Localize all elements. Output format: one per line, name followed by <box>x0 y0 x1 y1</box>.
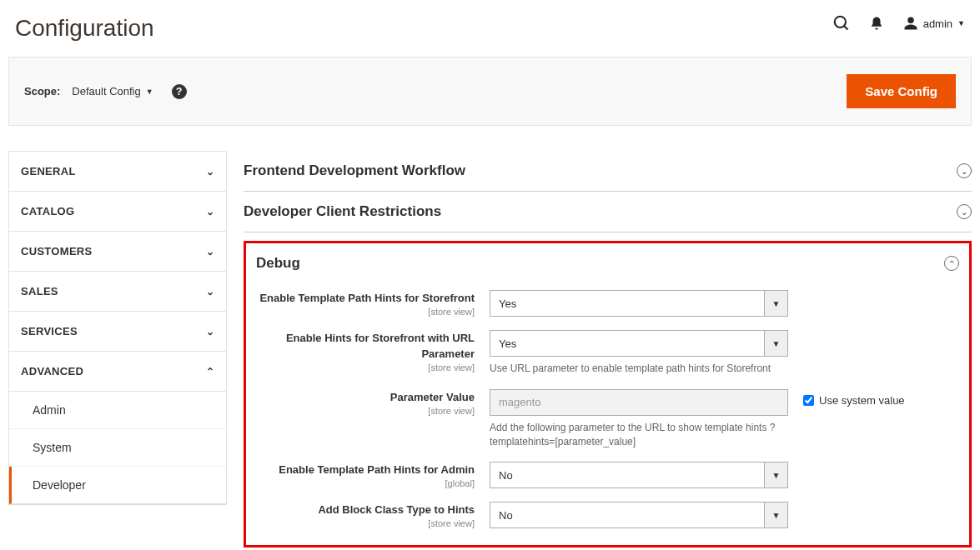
field-label: Enable Hints for Storefront with URL Par… <box>286 332 475 360</box>
checkbox-label: Use system value <box>819 394 905 407</box>
chevron-down-icon: ⌄ <box>206 326 214 338</box>
select-value: No <box>490 462 764 488</box>
field-scope: [global] <box>256 478 475 488</box>
section-client-restrictions[interactable]: Developer Client Restrictions ⌄ <box>244 192 972 232</box>
chevron-down-icon: ▼ <box>764 462 787 488</box>
scope-label: Scope: <box>24 85 60 98</box>
section-debug-highlighted: Debug ⌃ Enable Template Path Hints for S… <box>244 241 972 548</box>
field-scope: [store view] <box>256 307 475 317</box>
field-scope: [store view] <box>256 518 475 528</box>
help-icon[interactable]: ? <box>172 84 187 99</box>
save-config-button[interactable]: Save Config <box>847 74 956 108</box>
expand-icon: ⌄ <box>957 163 972 178</box>
sidebar-item-admin[interactable]: Admin <box>9 392 226 429</box>
chevron-down-icon: ▼ <box>146 88 153 96</box>
chevron-down-icon: ⌄ <box>206 166 214 178</box>
section-title: Developer Client Restrictions <box>244 203 441 220</box>
sidebar-section-services[interactable]: SERVICES⌄ <box>9 312 226 351</box>
sidebar-section-advanced[interactable]: ADVANCED⌃ <box>9 352 226 391</box>
select-value: No <box>490 502 764 528</box>
chevron-up-icon: ⌃ <box>206 366 214 378</box>
field-label: Enable Template Path Hints for Admin <box>279 463 475 476</box>
sidebar-section-catalog[interactable]: CATALOG⌄ <box>9 192 226 231</box>
chevron-down-icon: ⌄ <box>206 246 214 258</box>
chevron-down-icon: ▼ <box>957 19 965 28</box>
select-value: Yes <box>490 291 764 316</box>
field-note: Use URL parameter to enable template pat… <box>490 362 788 376</box>
chevron-down-icon: ▼ <box>764 502 787 528</box>
section-frontend-workflow[interactable]: Frontend Development Workflow ⌄ <box>244 151 972 192</box>
scope-selector[interactable]: Default Config ▼ <box>72 85 153 98</box>
field-note: Add the following parameter to the URL t… <box>490 421 788 449</box>
sidebar-section-general[interactable]: GENERAL⌄ <box>9 152 226 191</box>
section-debug[interactable]: Debug ⌃ <box>246 243 969 283</box>
config-sidebar: GENERAL⌄ CATALOG⌄ CUSTOMERS⌄ SALES⌄ SERV… <box>8 151 227 548</box>
admin-dropdown[interactable]: admin ▼ <box>903 16 965 31</box>
expand-icon: ⌄ <box>957 204 972 219</box>
add-block-class-hints-select[interactable]: No ▼ <box>490 502 788 528</box>
sidebar-item-developer[interactable]: Developer <box>9 467 226 504</box>
scope-value: Default Config <box>72 85 140 98</box>
admin-label: admin <box>923 18 952 30</box>
collapse-icon: ⌃ <box>944 256 959 271</box>
enable-storefront-hints-select[interactable]: Yes ▼ <box>490 290 788 317</box>
user-icon <box>903 16 918 31</box>
section-title: Frontend Development Workflow <box>244 162 465 179</box>
notification-icon[interactable] <box>868 15 885 32</box>
enable-url-param-hints-select[interactable]: Yes ▼ <box>490 330 788 357</box>
section-title: Debug <box>256 255 300 272</box>
sidebar-section-customers[interactable]: CUSTOMERS⌄ <box>9 232 226 271</box>
chevron-down-icon: ⌄ <box>206 206 214 218</box>
select-value: Yes <box>490 331 764 356</box>
page-title: Configuration <box>15 15 154 42</box>
chevron-down-icon: ▼ <box>764 291 787 316</box>
field-label: Parameter Value <box>390 391 475 403</box>
sidebar-section-sales[interactable]: SALES⌄ <box>9 272 226 311</box>
sidebar-item-system[interactable]: System <box>9 429 226 467</box>
field-scope: [store view] <box>256 362 475 372</box>
chevron-down-icon: ⌄ <box>206 286 214 298</box>
use-system-value-checkbox[interactable] <box>803 395 814 406</box>
chevron-down-icon: ▼ <box>764 331 787 356</box>
search-icon[interactable] <box>833 15 850 32</box>
field-label: Enable Template Path Hints for Storefron… <box>259 292 475 304</box>
field-scope: [store view] <box>256 406 475 416</box>
field-label: Add Block Class Type to Hints <box>318 503 475 516</box>
parameter-value-input <box>490 389 788 416</box>
enable-admin-hints-select[interactable]: No ▼ <box>490 462 788 488</box>
